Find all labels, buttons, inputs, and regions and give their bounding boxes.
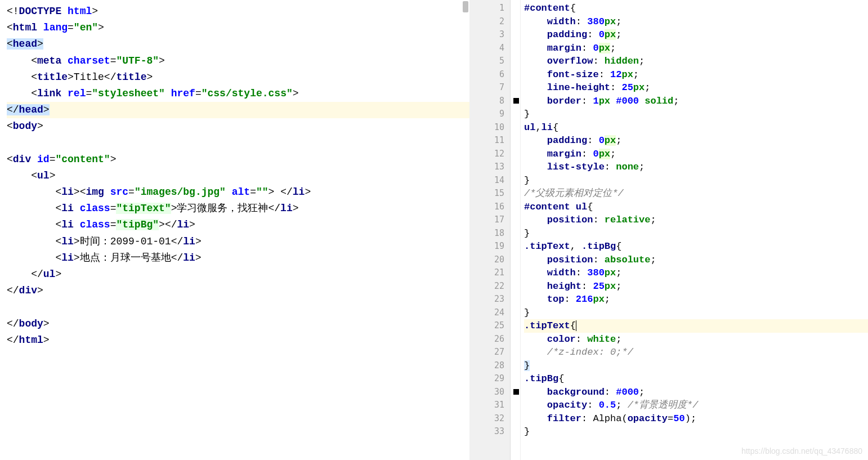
line-number: 33 xyxy=(469,425,510,439)
line-number: 21 xyxy=(469,266,510,280)
watermark-text: https://blog.csdn.net/qq_43476880 xyxy=(741,446,862,455)
line-number: 9 xyxy=(469,108,510,121)
code-line[interactable]: position: relative; xyxy=(524,213,868,227)
code-line[interactable]: <html lang="en"> xyxy=(7,20,469,36)
fold-marker xyxy=(511,134,520,148)
code-line[interactable]: padding: 0px; xyxy=(524,134,868,148)
code-line[interactable]: <li class="tipBg"></li> xyxy=(7,217,469,233)
code-line[interactable]: #content ul{ xyxy=(524,200,868,214)
code-line[interactable]: <title>Title</title> xyxy=(7,69,469,86)
code-line[interactable]: <meta charset="UTF-8"> xyxy=(7,53,469,69)
code-line[interactable]: /*z-index: 0;*/ xyxy=(524,346,868,359)
css-code-area[interactable]: #content{ width: 380px; padding: 0px; ma… xyxy=(521,0,868,460)
line-number: 26 xyxy=(469,333,510,346)
code-line[interactable]: </head> xyxy=(7,102,469,118)
fold-column xyxy=(511,0,521,460)
code-line[interactable]: <div id="content"> xyxy=(7,151,469,168)
code-line[interactable]: </ul> xyxy=(7,266,469,283)
code-line[interactable] xyxy=(7,135,469,151)
code-line[interactable]: width: 380px; xyxy=(524,15,868,29)
code-line[interactable]: margin: 0px; xyxy=(524,148,868,161)
code-line[interactable]: .tipText, .tipBg{ xyxy=(524,240,868,253)
code-line[interactable] xyxy=(7,299,469,315)
fold-marker xyxy=(511,386,520,399)
line-number: 1 xyxy=(469,2,510,15)
fold-marker xyxy=(511,2,520,15)
fold-marker xyxy=(511,95,520,108)
code-line[interactable]: } xyxy=(524,306,868,320)
fold-marker xyxy=(511,372,520,386)
code-line[interactable]: } xyxy=(524,425,868,439)
line-number: 3 xyxy=(469,28,510,42)
line-number: 20 xyxy=(469,253,510,267)
code-line[interactable]: list-style: none; xyxy=(524,160,868,174)
fold-marker xyxy=(511,160,520,174)
code-line[interactable]: } xyxy=(524,359,868,373)
line-number: 17 xyxy=(469,213,510,227)
line-number: 25 xyxy=(469,319,510,333)
code-line[interactable]: } xyxy=(524,108,868,121)
fold-marker xyxy=(511,200,520,214)
line-number: 7 xyxy=(469,81,510,95)
code-line[interactable]: line-height: 25px; xyxy=(524,81,868,95)
line-number: 27 xyxy=(469,346,510,359)
fold-marker xyxy=(511,293,520,306)
code-line[interactable]: border: 1px #000 solid; xyxy=(524,95,868,108)
code-line[interactable]: color: white; xyxy=(524,333,868,346)
fold-marker xyxy=(511,28,520,42)
code-line[interactable]: overflow: hidden; xyxy=(524,55,868,68)
code-line[interactable]: /*父级元素相对定位*/ xyxy=(524,187,868,200)
fold-marker xyxy=(511,412,520,426)
code-line[interactable]: </body> xyxy=(7,316,469,332)
fold-marker xyxy=(511,15,520,29)
fold-marker xyxy=(511,42,520,55)
code-line[interactable]: padding: 0px; xyxy=(524,28,868,42)
code-line[interactable]: <li>地点：月球一号基地</li> xyxy=(7,250,469,266)
fold-marker xyxy=(511,174,520,187)
code-line[interactable]: </div> xyxy=(7,283,469,299)
code-line[interactable]: background: #000; xyxy=(524,386,868,399)
line-number: 18 xyxy=(469,227,510,240)
code-line[interactable]: <li>时间：2099-01-01</li> xyxy=(7,234,469,250)
code-line[interactable]: #content{ xyxy=(524,2,868,15)
code-line[interactable]: } xyxy=(524,174,868,187)
line-number: 30 xyxy=(469,386,510,399)
fold-marker xyxy=(511,148,520,161)
code-line[interactable]: top: 216px; xyxy=(524,293,868,306)
code-line[interactable]: <body> xyxy=(7,118,469,135)
code-line[interactable]: <head> xyxy=(7,36,469,52)
code-line[interactable]: </html> xyxy=(7,332,469,349)
code-line[interactable]: <link rel="stylesheet" href="css/style.c… xyxy=(7,86,469,102)
right-editor-pane[interactable]: 1234567891011121314151617181920212223242… xyxy=(469,0,868,460)
code-line[interactable]: .tipText{ xyxy=(524,319,868,333)
line-number: 15 xyxy=(469,187,510,200)
code-line[interactable]: ul,li{ xyxy=(524,121,868,135)
fold-marker xyxy=(511,55,520,68)
fold-marker xyxy=(511,399,520,412)
code-line[interactable]: height: 25px; xyxy=(524,280,868,293)
fold-marker xyxy=(511,81,520,95)
code-line[interactable]: .tipBg{ xyxy=(524,372,868,386)
fold-marker xyxy=(511,68,520,82)
code-line[interactable]: position: absolute; xyxy=(524,253,868,267)
line-number: 2 xyxy=(469,15,510,29)
code-line[interactable]: margin: 0px; xyxy=(524,42,868,55)
line-number: 5 xyxy=(469,55,510,68)
code-line[interactable]: <li class="tipText">学习微服务，找狂神</li> xyxy=(7,200,469,217)
scrollbar-thumb[interactable] xyxy=(463,1,468,12)
line-number: 8 xyxy=(469,95,510,108)
line-number: 29 xyxy=(469,372,510,386)
html-code-area[interactable]: <!DOCTYPE html><html lang="en"><head> <m… xyxy=(7,3,469,349)
fold-marker xyxy=(511,121,520,135)
code-line[interactable]: width: 380px; xyxy=(524,266,868,280)
code-line[interactable]: font-size: 12px; xyxy=(524,68,868,82)
code-line[interactable]: <!DOCTYPE html> xyxy=(7,3,469,20)
code-line[interactable]: filter: Alpha(opacity=50); xyxy=(524,412,868,426)
code-line[interactable]: } xyxy=(524,227,868,240)
left-editor-pane[interactable]: <!DOCTYPE html><html lang="en"><head> <m… xyxy=(0,0,469,460)
line-number: 10 xyxy=(469,121,510,135)
code-line[interactable]: opacity: 0.5; /*背景透明度*/ xyxy=(524,399,868,412)
code-line[interactable]: <ul> xyxy=(7,168,469,184)
code-line[interactable]: <li><img src="images/bg.jpg" alt=""> </l… xyxy=(7,184,469,200)
line-number: 31 xyxy=(469,399,510,412)
